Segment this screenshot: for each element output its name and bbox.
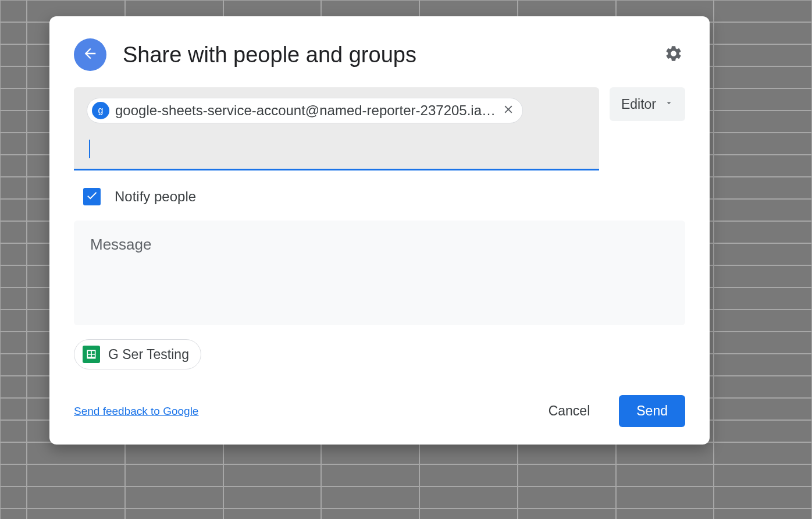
message-placeholder: Message <box>90 236 152 253</box>
people-input[interactable]: g google-sheets-service-account@named-re… <box>74 87 599 170</box>
dialog-title: Share with people and groups <box>123 42 662 67</box>
settings-button[interactable] <box>662 43 685 66</box>
input-row: g google-sheets-service-account@named-re… <box>74 87 685 170</box>
caret-down-icon <box>664 98 674 110</box>
sheets-icon <box>83 346 100 363</box>
check-icon <box>86 189 98 204</box>
cancel-button[interactable]: Cancel <box>531 395 608 427</box>
dialog-footer: Send feedback to Google Cancel Send <box>74 395 685 427</box>
share-dialog: Share with people and groups g google-sh… <box>49 16 710 445</box>
notify-checkbox[interactable] <box>83 188 101 205</box>
arrow-left-icon <box>82 45 98 64</box>
notify-label: Notify people <box>115 189 196 205</box>
gear-icon <box>664 44 683 65</box>
back-button[interactable] <box>74 38 106 71</box>
dialog-header: Share with people and groups <box>74 38 685 71</box>
chip-remove-button[interactable] <box>501 104 515 118</box>
notify-row: Notify people <box>74 183 685 210</box>
file-chip: G Ser Testing <box>74 339 201 369</box>
role-dropdown[interactable]: Editor <box>610 87 685 121</box>
message-input[interactable]: Message <box>74 221 685 325</box>
chip-avatar: g <box>92 102 109 119</box>
feedback-link[interactable]: Send feedback to Google <box>74 405 198 418</box>
role-selected-label: Editor <box>621 97 656 112</box>
close-icon <box>502 103 515 118</box>
text-cursor <box>89 140 90 158</box>
file-name: G Ser Testing <box>108 347 189 362</box>
chip-email: google-sheets-service-account@named-repo… <box>115 102 496 119</box>
person-chip: g google-sheets-service-account@named-re… <box>87 98 523 123</box>
send-button[interactable]: Send <box>619 395 685 427</box>
